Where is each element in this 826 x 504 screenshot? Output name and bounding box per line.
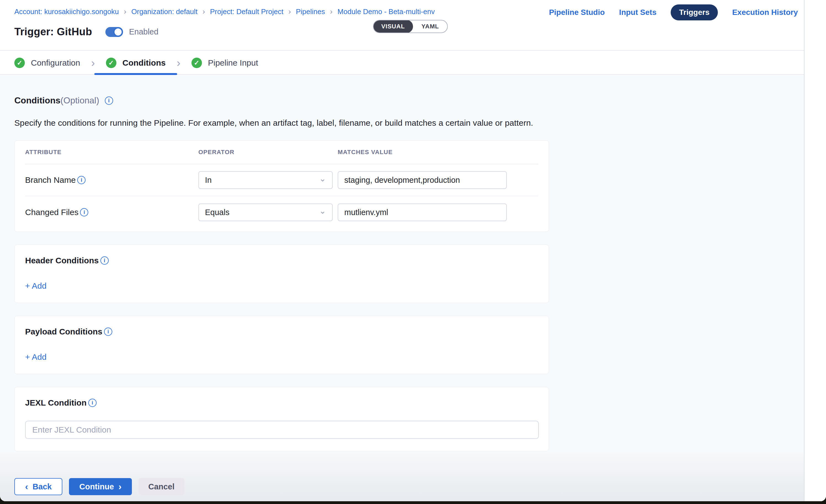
conditions-heading-row: Conditions(Optional) i bbox=[14, 96, 826, 106]
info-icon[interactable]: i bbox=[104, 327, 112, 336]
check-circle-icon: ✓ bbox=[14, 58, 25, 68]
jexl-condition-title: JEXL Condition bbox=[25, 398, 86, 407]
attribute-label: Branch Name i bbox=[25, 175, 198, 185]
enabled-label: Enabled bbox=[129, 27, 158, 37]
tab-conditions-label: Conditions bbox=[122, 58, 166, 68]
jexl-condition-input[interactable] bbox=[25, 421, 539, 439]
chevron-right-icon: › bbox=[118, 482, 121, 491]
header-conditions-card: Header Conditions i + Add bbox=[14, 245, 549, 303]
toggle-knob-icon bbox=[114, 27, 122, 37]
tab-pipeline-input[interactable]: ✓ Pipeline Input bbox=[182, 51, 268, 74]
info-icon[interactable]: i bbox=[77, 176, 85, 184]
breadcrumb-account[interactable]: Account: kurosakiichigo.songoku bbox=[14, 7, 119, 16]
optional-label: (Optional) bbox=[60, 96, 99, 105]
payload-conditions-card: Payload Conditions i + Add bbox=[14, 316, 549, 374]
chevron-right-icon: › bbox=[90, 57, 96, 69]
chevron-right-icon: › bbox=[175, 57, 181, 69]
column-header-attribute: ATTRIBUTE bbox=[25, 148, 198, 156]
wizard-footer: ‹ Back Continue › Cancel bbox=[0, 453, 826, 501]
operator-value: Equals bbox=[205, 208, 230, 217]
continue-button[interactable]: Continue › bbox=[69, 478, 132, 495]
enabled-toggle[interactable] bbox=[105, 27, 123, 37]
payload-conditions-title: Payload Conditions bbox=[25, 327, 102, 336]
attribute-text: Branch Name bbox=[25, 175, 75, 185]
conditions-table-card: ATTRIBUTE OPERATOR MATCHES VALUE Branch … bbox=[14, 140, 549, 232]
matches-value-input[interactable] bbox=[338, 171, 507, 189]
operator-value: In bbox=[205, 176, 212, 185]
back-button-label: Back bbox=[33, 482, 52, 491]
pipeline-nav: Pipeline Studio Input Sets Triggers Exec… bbox=[549, 4, 798, 20]
browser-page: Account: kurosakiichigo.songoku › Organi… bbox=[0, 0, 826, 501]
add-payload-condition-button[interactable]: + Add bbox=[25, 352, 47, 362]
cancel-button-label: Cancel bbox=[148, 482, 174, 491]
breadcrumb-pipeline-name[interactable]: Module Demo - Beta-multi-env bbox=[338, 7, 435, 16]
trigger-title-row: Trigger: GitHub Enabled bbox=[14, 26, 158, 38]
info-icon[interactable]: i bbox=[80, 208, 88, 216]
conditions-description: Specify the conditions for running the P… bbox=[14, 118, 826, 128]
conditions-heading: Conditions bbox=[14, 96, 60, 105]
breadcrumb-pipelines[interactable]: Pipelines bbox=[296, 7, 325, 16]
conditions-panel: Conditions(Optional) i Specify the condi… bbox=[0, 75, 826, 453]
breadcrumb-organization[interactable]: Organization: default bbox=[131, 7, 197, 16]
tab-configuration-label: Configuration bbox=[31, 58, 80, 68]
table-row: Changed Files i Equals ⌄ bbox=[25, 196, 538, 228]
operator-select[interactable]: In ⌄ bbox=[198, 171, 333, 189]
attribute-label: Changed Files i bbox=[25, 208, 198, 217]
continue-button-label: Continue bbox=[79, 482, 114, 491]
info-icon[interactable]: i bbox=[88, 399, 97, 407]
attribute-text: Changed Files bbox=[25, 208, 78, 217]
yaml-toggle-button[interactable]: YAML bbox=[413, 20, 447, 33]
column-header-operator: OPERATOR bbox=[198, 148, 338, 156]
breadcrumb-separator-icon: › bbox=[202, 7, 205, 16]
column-header-matches-value: MATCHES VALUE bbox=[338, 148, 538, 156]
nav-execution-history[interactable]: Execution History bbox=[732, 8, 798, 17]
nav-triggers-active[interactable]: Triggers bbox=[671, 4, 718, 20]
jexl-condition-card: JEXL Condition i bbox=[14, 387, 549, 451]
operator-select[interactable]: Equals ⌄ bbox=[198, 203, 333, 221]
nav-input-sets[interactable]: Input Sets bbox=[619, 8, 656, 17]
check-circle-icon: ✓ bbox=[106, 58, 116, 68]
info-icon[interactable]: i bbox=[101, 256, 109, 265]
breadcrumb-separator-icon: › bbox=[123, 7, 127, 16]
tab-configuration[interactable]: ✓ Configuration bbox=[14, 51, 90, 74]
check-circle-icon: ✓ bbox=[191, 58, 202, 68]
scrollbar-track[interactable] bbox=[804, 0, 826, 501]
footer-buttons: ‹ Back Continue › Cancel bbox=[14, 478, 184, 495]
wizard-steps: ✓ Configuration › ✓ Conditions › ✓ Pipel… bbox=[0, 51, 826, 75]
page-header: Account: kurosakiichigo.songoku › Organi… bbox=[0, 0, 826, 51]
header-conditions-title: Header Conditions bbox=[25, 256, 99, 265]
add-header-condition-button[interactable]: + Add bbox=[25, 281, 47, 291]
tab-conditions[interactable]: ✓ Conditions bbox=[96, 51, 176, 74]
table-row: Branch Name i In ⌄ bbox=[25, 164, 538, 196]
breadcrumb-separator-icon: › bbox=[330, 7, 333, 16]
breadcrumb-project[interactable]: Project: Default Project bbox=[210, 7, 283, 16]
breadcrumb: Account: kurosakiichigo.songoku › Organi… bbox=[14, 7, 435, 16]
tab-pipeline-input-label: Pipeline Input bbox=[208, 58, 258, 68]
cancel-button[interactable]: Cancel bbox=[138, 478, 184, 495]
nav-pipeline-studio[interactable]: Pipeline Studio bbox=[549, 8, 605, 17]
visual-yaml-toggle: VISUAL YAML bbox=[373, 20, 448, 33]
visual-toggle-button[interactable]: VISUAL bbox=[373, 20, 413, 33]
page-title: Trigger: GitHub bbox=[14, 26, 92, 38]
back-button[interactable]: ‹ Back bbox=[14, 478, 62, 495]
breadcrumb-separator-icon: › bbox=[288, 7, 291, 16]
matches-value-input[interactable] bbox=[338, 203, 507, 221]
info-icon[interactable]: i bbox=[105, 97, 113, 105]
table-header-row: ATTRIBUTE OPERATOR MATCHES VALUE bbox=[25, 141, 538, 164]
chevron-left-icon: ‹ bbox=[25, 482, 28, 491]
